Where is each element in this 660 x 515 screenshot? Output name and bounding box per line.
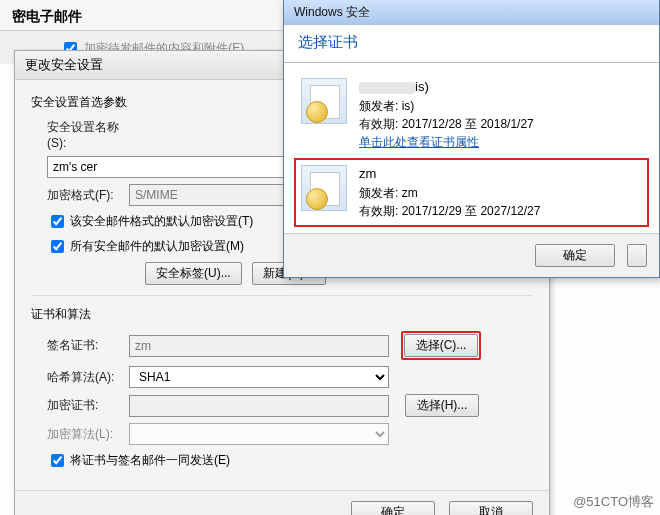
enc-algo-select (129, 423, 389, 445)
default-format-label: 该安全邮件格式的默认加密设置(T) (70, 213, 253, 230)
watermark: @51CTO博客 (573, 493, 654, 511)
certificate-icon (301, 165, 347, 211)
security-name-label: 安全设置名称(S): (31, 119, 129, 150)
crypt-format-label: 加密格式(F): (31, 187, 129, 204)
settings-cancel-button[interactable]: 取消 (449, 501, 533, 515)
enc-algo-label: 加密算法(L): (31, 426, 129, 443)
hash-algo-select[interactable]: SHA1 (129, 366, 389, 388)
certificate-issuer: 颁发者: zm (359, 184, 540, 202)
choose-sign-cert-button[interactable]: 选择(C)... (404, 334, 478, 357)
certificate-list: is) 颁发者: is) 有效期: 2017/12/28 至 2018/1/27… (284, 63, 659, 233)
choose-sign-cert-highlight: 选择(C)... (401, 331, 481, 360)
cert-algo-header: 证书和算法 (31, 306, 533, 323)
default-all-label: 所有安全邮件的默认加密设置(M) (70, 238, 244, 255)
ws-footer: 确定 (284, 233, 659, 277)
send-cert-with-sign-label: 将证书与签名邮件一同发送(E) (70, 452, 230, 469)
default-all-checkbox[interactable] (51, 240, 64, 253)
certificate-issuer: 颁发者: is) (359, 97, 534, 115)
enc-cert-label: 加密证书: (31, 397, 129, 414)
redacted-text (359, 82, 415, 94)
certificate-validity: 有效期: 2017/12/29 至 2027/12/27 (359, 202, 540, 220)
settings-ok-button[interactable]: 确定 (351, 501, 435, 515)
certificate-icon (301, 78, 347, 124)
certificate-item[interactable]: is) 颁发者: is) 有效期: 2017/12/28 至 2018/1/27… (294, 71, 649, 158)
enc-cert-field (129, 395, 389, 417)
hash-algo-label: 哈希算法(A): (31, 369, 129, 386)
ws-secondary-button (627, 244, 647, 267)
sign-cert-label: 签名证书: (31, 337, 129, 354)
certificate-name: is) (359, 78, 534, 96)
certificate-info: zm 颁发者: zm 有效期: 2017/12/29 至 2027/12/27 (359, 165, 540, 220)
certificate-name: zm (359, 165, 540, 183)
send-cert-with-sign-checkbox[interactable] (51, 454, 64, 467)
choose-enc-cert-button[interactable]: 选择(H)... (405, 394, 479, 417)
ws-ok-button[interactable]: 确定 (535, 244, 615, 267)
certificate-info: is) 颁发者: is) 有效期: 2017/12/28 至 2018/1/27… (359, 78, 534, 151)
ws-titlebar: Windows 安全 (284, 0, 659, 25)
settings-footer: 确定 取消 (15, 490, 549, 515)
default-format-checkbox[interactable] (51, 215, 64, 228)
security-labels-button[interactable]: 安全标签(U)... (145, 262, 242, 285)
certificate-validity: 有效期: 2017/12/28 至 2018/1/27 (359, 115, 534, 133)
windows-security-dialog: Windows 安全 选择证书 is) 颁发者: is) 有效期: 2017/1… (283, 0, 660, 278)
ws-heading: 选择证书 (284, 25, 659, 56)
sign-cert-field (129, 335, 389, 357)
certificate-item-highlighted[interactable]: zm 颁发者: zm 有效期: 2017/12/29 至 2027/12/27 (294, 158, 649, 227)
separator (31, 295, 533, 296)
view-cert-properties-link[interactable]: 单击此处查看证书属性 (359, 133, 534, 151)
